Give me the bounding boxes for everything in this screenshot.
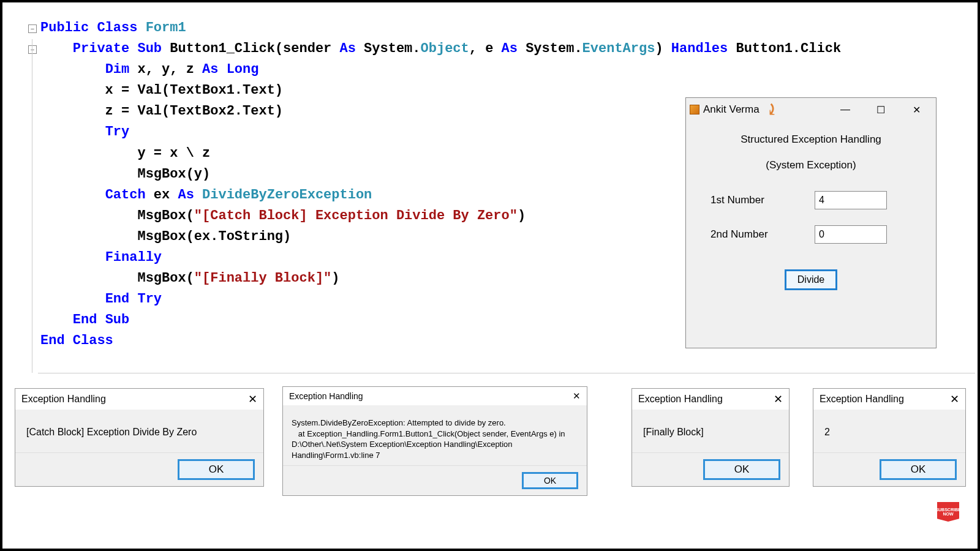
app-icon	[690, 105, 699, 114]
ok-button[interactable]: OK	[880, 459, 957, 480]
annotation-arrow: ⤸	[766, 101, 778, 118]
minimize-icon[interactable]: —	[834, 101, 856, 118]
window-title: Ankit Verma	[703, 103, 760, 116]
divide-button[interactable]: Divide	[785, 269, 837, 290]
input-first-number[interactable]	[815, 191, 887, 209]
msgbox-body: System.DivideByZeroException: Attempted …	[283, 405, 587, 465]
msgbox-finally: Exception Handling ✕ [Finally Block] OK	[631, 388, 790, 487]
app-window-ankit-verma: Ankit Verma ⤸ — ☐ ✕ Structured Exception…	[685, 97, 937, 348]
msgbox-title: Exception Handling	[820, 394, 904, 405]
ok-button[interactable]: OK	[178, 459, 255, 480]
msgbox-title: Exception Handling	[21, 394, 106, 405]
code-line[interactable]: Public Class Form1	[28, 18, 971, 39]
label-second-number: 2nd Number	[710, 228, 802, 241]
close-icon[interactable]: ✕	[905, 101, 927, 118]
ok-button[interactable]: OK	[522, 472, 578, 489]
msgbox-body: [Catch Block] Exception Divide By Zero	[15, 410, 263, 452]
msgbox-body: [Finally Block]	[632, 410, 789, 452]
form-heading: Structured Exception Handling	[686, 133, 936, 146]
close-icon[interactable]: ✕	[573, 391, 581, 402]
input-second-number[interactable]	[815, 225, 887, 244]
divider	[38, 373, 975, 373]
msgbox-result: Exception Handling ✕ 2 OK	[813, 388, 966, 487]
maximize-icon[interactable]: ☐	[870, 101, 892, 118]
code-line[interactable]: Private Sub Button1_Click(sender As Syst…	[28, 39, 971, 59]
label-first-number: 1st Number	[710, 194, 802, 206]
code-line[interactable]: Dim x, y, z As Long	[28, 59, 971, 80]
close-icon[interactable]: ✕	[248, 392, 257, 406]
msgbox-body: 2	[813, 410, 965, 452]
subscribe-badge[interactable]: SUBSCRIBE NOW	[937, 502, 959, 522]
msgbox-title: Exception Handling	[289, 391, 363, 401]
msgbox-title: Exception Handling	[638, 394, 723, 405]
form-subheading: (System Exception)	[686, 159, 936, 171]
msgbox-catch: Exception Handling ✕ [Catch Block] Excep…	[15, 388, 264, 487]
close-icon[interactable]: ✕	[950, 392, 959, 406]
ok-button[interactable]: OK	[703, 459, 780, 480]
close-icon[interactable]: ✕	[774, 392, 783, 406]
msgbox-exception-detail: Exception Handling ✕ System.DivideByZero…	[282, 386, 587, 496]
window-title-bar[interactable]: Ankit Verma ⤸ — ☐ ✕	[686, 98, 936, 121]
